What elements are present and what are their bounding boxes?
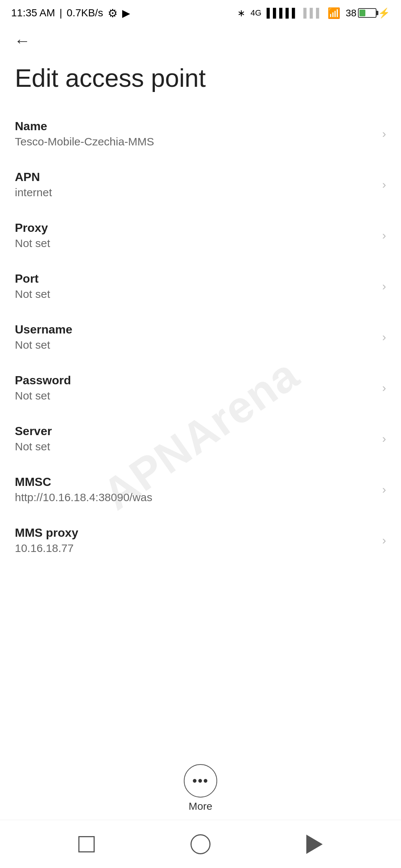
chevron-right-icon-server: › xyxy=(382,432,386,445)
chevron-right-icon-mms-proxy: › xyxy=(382,533,386,547)
settings-item-server[interactable]: Server Not set › xyxy=(0,413,401,464)
nav-back-icon xyxy=(306,835,323,854)
battery-container: 38 ⚡ xyxy=(346,7,390,19)
settings-item-proxy[interactable]: Proxy Not set › xyxy=(0,210,401,261)
charging-icon: ⚡ xyxy=(378,7,390,19)
settings-item-mms-proxy-value: 10.16.18.77 xyxy=(15,542,375,555)
settings-item-proxy-value: Not set xyxy=(15,237,375,250)
settings-item-mms-proxy-label: MMS proxy xyxy=(15,526,375,540)
battery-percent: 38 xyxy=(346,7,356,19)
settings-item-mmsc-label: MMSC xyxy=(15,475,375,489)
page-title-container: Edit access point xyxy=(0,56,401,108)
more-section: ••• More xyxy=(0,764,401,812)
settings-item-password-value: Not set xyxy=(15,389,375,402)
home-icon xyxy=(190,834,211,854)
settings-item-mmsc-value: http://10.16.18.4:38090/was xyxy=(15,491,375,504)
back-button[interactable]: ← xyxy=(11,30,33,52)
settings-item-port[interactable]: Port Not set › xyxy=(0,261,401,312)
recents-icon xyxy=(78,836,95,852)
more-dots-icon: ••• xyxy=(192,773,209,789)
more-button[interactable]: ••• xyxy=(184,764,217,798)
settings-item-password-label: Password xyxy=(15,374,375,387)
settings-item-mms-proxy-content: MMS proxy 10.16.18.77 xyxy=(15,526,375,555)
status-bar: 11:35 AM | 0.7KB/s ⚙ ▶ ∗ 4G ▌▌▌▌▌ ▌▌▌ 📶 … xyxy=(0,0,401,26)
chevron-right-icon-username: › xyxy=(382,330,386,344)
settings-item-port-content: Port Not set xyxy=(15,272,375,300)
settings-item-password[interactable]: Password Not set › xyxy=(0,362,401,413)
settings-icon: ⚙ xyxy=(108,7,118,20)
settings-item-port-value: Not set xyxy=(15,288,375,300)
nav-recents-button[interactable] xyxy=(74,831,100,857)
settings-item-apn[interactable]: APN internet › xyxy=(0,159,401,210)
battery-box xyxy=(358,8,376,18)
battery-fill xyxy=(359,10,365,16)
nav-home-button[interactable] xyxy=(188,831,213,857)
camera-icon: ▶ xyxy=(122,7,130,19)
settings-item-apn-value: internet xyxy=(15,186,375,199)
settings-item-proxy-label: Proxy xyxy=(15,221,375,235)
settings-item-name-content: Name Tesco-Mobile-Czechia-MMS xyxy=(15,119,375,148)
settings-item-name-label: Name xyxy=(15,119,375,133)
chevron-right-icon-proxy: › xyxy=(382,228,386,242)
signal-4g-icon: 4G xyxy=(251,8,261,18)
settings-item-proxy-content: Proxy Not set xyxy=(15,221,375,250)
settings-item-apn-label: APN xyxy=(15,170,375,184)
status-separator: | xyxy=(59,7,62,19)
nav-back-button[interactable] xyxy=(301,831,327,857)
status-right: ∗ 4G ▌▌▌▌▌ ▌▌▌ 📶 38 ⚡ xyxy=(237,7,390,19)
settings-item-mms-proxy[interactable]: MMS proxy 10.16.18.77 › xyxy=(0,515,401,566)
settings-item-password-content: Password Not set xyxy=(15,374,375,402)
settings-item-username-label: Username xyxy=(15,323,375,336)
settings-item-server-label: Server xyxy=(15,424,375,438)
settings-item-name[interactable]: Name Tesco-Mobile-Czechia-MMS › xyxy=(0,108,401,159)
chevron-right-icon-mmsc: › xyxy=(382,483,386,496)
chevron-right-icon-port: › xyxy=(382,279,386,293)
settings-item-port-label: Port xyxy=(15,272,375,286)
settings-item-username[interactable]: Username Not set › xyxy=(0,312,401,362)
back-arrow-icon: ← xyxy=(14,32,30,50)
settings-list: Name Tesco-Mobile-Czechia-MMS › APN inte… xyxy=(0,108,401,566)
chevron-right-icon-password: › xyxy=(382,381,386,395)
settings-item-username-content: Username Not set xyxy=(15,323,375,351)
page-title: Edit access point xyxy=(15,63,386,93)
settings-item-username-value: Not set xyxy=(15,339,375,351)
signal-bars-icon: ▌▌▌▌▌ xyxy=(267,8,298,18)
status-left: 11:35 AM | 0.7KB/s ⚙ ▶ xyxy=(11,7,130,20)
wifi-icon: 📶 xyxy=(327,7,340,19)
bluetooth-icon: ∗ xyxy=(237,7,245,19)
chevron-right-icon-apn: › xyxy=(382,178,386,191)
status-time: 11:35 AM xyxy=(11,7,55,19)
chevron-right-icon-name: › xyxy=(382,127,386,141)
settings-item-mmsc-content: MMSC http://10.16.18.4:38090/was xyxy=(15,475,375,504)
status-speed: 0.7KB/s xyxy=(67,7,103,19)
settings-item-name-value: Tesco-Mobile-Czechia-MMS xyxy=(15,135,375,148)
settings-item-mmsc[interactable]: MMSC http://10.16.18.4:38090/was › xyxy=(0,464,401,515)
top-nav: ← xyxy=(0,26,401,56)
settings-item-server-value: Not set xyxy=(15,440,375,453)
bottom-nav xyxy=(0,820,401,868)
settings-item-apn-content: APN internet xyxy=(15,170,375,199)
more-label: More xyxy=(189,800,212,812)
settings-item-server-content: Server Not set xyxy=(15,424,375,453)
signal-bars2-icon: ▌▌▌ xyxy=(303,8,322,18)
